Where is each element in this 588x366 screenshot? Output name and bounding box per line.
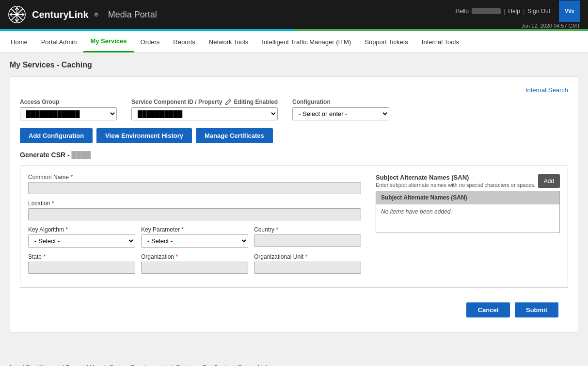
manage-certificates-button[interactable]: Manage Certificates (196, 128, 273, 143)
san-header: Subject Alternate Names (SAN) Enter subj… (376, 174, 560, 188)
header-separator-1: | (504, 8, 505, 15)
state-org-unit-row: State * Organization * (28, 253, 361, 280)
form-action-row: Cancel Submit (20, 298, 568, 322)
san-add-button[interactable]: Add (538, 174, 560, 188)
country-label: Country * (254, 226, 361, 233)
service-component-group: Service Component ID / Property Editing … (131, 99, 278, 120)
san-title-group: Subject Alternate Names (SAN) Enter subj… (376, 174, 536, 188)
organization-label: Organization * (141, 253, 248, 260)
access-group-group: Access Group ████████████ (20, 99, 117, 120)
org-unit-field: Organizational Unit * (254, 253, 361, 274)
configuration-label: Configuration (292, 99, 389, 105)
org-unit-required: * (305, 253, 307, 260)
cancel-button[interactable]: Cancel (466, 302, 510, 317)
org-unit-input[interactable] (254, 262, 361, 274)
organization-required: * (175, 253, 178, 260)
nav-internal-tools[interactable]: Internal Tools (415, 31, 466, 52)
nav-reports[interactable]: Reports (166, 31, 202, 52)
state-field: State * (28, 253, 135, 274)
footer-links: Legal Conditions and Terms of Use | Syst… (10, 364, 578, 366)
filters-row: Access Group ████████████ Service Compon… (20, 99, 568, 120)
main-card: Internal Search Access Group ███████████… (10, 76, 578, 333)
san-description: Enter subject alternate names with no sp… (376, 182, 536, 188)
state-required: * (43, 253, 46, 260)
key-algorithm-required: * (65, 226, 68, 233)
submit-button[interactable]: Submit (515, 302, 558, 317)
page-content: My Services - Caching Internal Search Ac… (0, 53, 588, 348)
state-input[interactable] (28, 262, 135, 274)
username-display (472, 8, 501, 14)
san-column: Subject Alternate Names (SAN) Enter subj… (376, 174, 560, 280)
csr-section: Generate CSR - ████ Common Name * (20, 151, 568, 288)
nav-portal-admin[interactable]: Portal Admin (34, 31, 84, 52)
location-required: * (52, 200, 54, 207)
portal-title: Media Portal (108, 10, 157, 20)
nav-support-tickets[interactable]: Support Tickets (358, 31, 415, 52)
san-table-header: Subject Alternate Names (SAN) (376, 191, 560, 204)
brand-name: CenturyLink (32, 9, 89, 20)
country-required: * (276, 226, 278, 233)
key-parameter-label: Key Parameter * (141, 226, 248, 233)
service-component-label: Service Component ID / Property Editing … (131, 99, 278, 105)
common-name-required: * (70, 174, 73, 181)
footer-sep-3: | (232, 364, 234, 366)
footer-sep-1: | (104, 364, 106, 366)
organization-field: Organization * (141, 253, 248, 274)
footer-link-centurylink[interactable]: CenturyLink.com (238, 364, 281, 366)
state-label: State * (28, 253, 135, 260)
add-configuration-button[interactable]: Add Configuration (20, 128, 93, 143)
org-unit-label: Organizational Unit * (254, 253, 361, 260)
internal-search-link[interactable]: Internal Search (525, 86, 568, 94)
common-name-field: Common Name * (28, 174, 361, 194)
edit-icon (225, 99, 232, 105)
san-table-body: No items have been added. (376, 204, 560, 233)
hello-text: Hello (455, 8, 468, 15)
csr-inner: Common Name * Location * (28, 174, 560, 280)
service-component-select[interactable]: ██████████ (131, 107, 278, 120)
country-input[interactable] (254, 234, 361, 247)
san-empty-message: No items have been added. (381, 208, 452, 215)
location-field: Location * (28, 200, 361, 220)
nav-itm[interactable]: Intelligent Traffic Manager (ITM) (255, 31, 358, 52)
location-input[interactable] (28, 208, 361, 220)
header-right: Hello | Help | Sign Out VVx Jun 12, 2020… (455, 0, 580, 29)
footer-link-legal[interactable]: Legal Conditions and Terms of Use (10, 364, 100, 366)
nav-network-tools[interactable]: Network Tools (202, 31, 255, 52)
key-algorithm-select[interactable]: - Select - (28, 234, 135, 248)
header-left: CenturyLink® Media Portal (8, 5, 157, 24)
nav-my-services[interactable]: My Services (83, 31, 133, 52)
csr-left-column: Common Name * Location * (28, 174, 361, 280)
page-title: My Services - Caching (10, 61, 578, 69)
algo-param-country-row: Key Algorithm * - Select - Key Parameter (28, 226, 361, 253)
header-separator-2: | (523, 8, 524, 15)
key-parameter-select[interactable]: - Select - (141, 234, 248, 248)
view-environment-history-button[interactable]: View Environment History (96, 128, 192, 143)
csr-id: ████ (72, 151, 91, 159)
main-nav: Home Portal Admin My Services Orders Rep… (0, 31, 588, 53)
help-link[interactable]: Help (508, 8, 520, 15)
header: CenturyLink® Media Portal Hello | Help |… (0, 0, 588, 29)
csr-form-card: Common Name * Location * (20, 166, 568, 288)
configuration-select[interactable]: - Select or enter - (292, 107, 389, 120)
nav-orders[interactable]: Orders (134, 31, 167, 52)
key-algorithm-label: Key Algorithm * (28, 226, 135, 233)
key-parameter-required: * (181, 226, 184, 233)
footer-sep-2: | (171, 364, 172, 366)
internal-search-container: Internal Search (20, 86, 568, 94)
brand-registered: ® (95, 12, 98, 17)
action-buttons-row: Add Configuration View Environment Histo… (20, 128, 568, 143)
datetime-display: Jun 12, 2020 04:57 GMT (521, 23, 580, 29)
svg-point-13 (16, 13, 18, 16)
common-name-input[interactable] (28, 182, 361, 194)
nav-home[interactable]: Home (4, 31, 34, 52)
access-group-select[interactable]: ████████████ (20, 107, 117, 120)
location-label: Location * (28, 200, 361, 207)
footer: Legal Conditions and Terms of Use | Syst… (0, 358, 588, 366)
footer-link-customer-feedback[interactable]: Customer Feedback (176, 364, 228, 366)
organization-input[interactable] (141, 262, 248, 274)
access-group-label: Access Group (20, 99, 117, 105)
configuration-group: Configuration - Select or enter - (292, 99, 389, 120)
footer-link-system-requirements[interactable]: System Requirements (110, 364, 167, 366)
common-name-label: Common Name * (28, 174, 361, 181)
signout-link[interactable]: Sign Out (527, 8, 550, 15)
